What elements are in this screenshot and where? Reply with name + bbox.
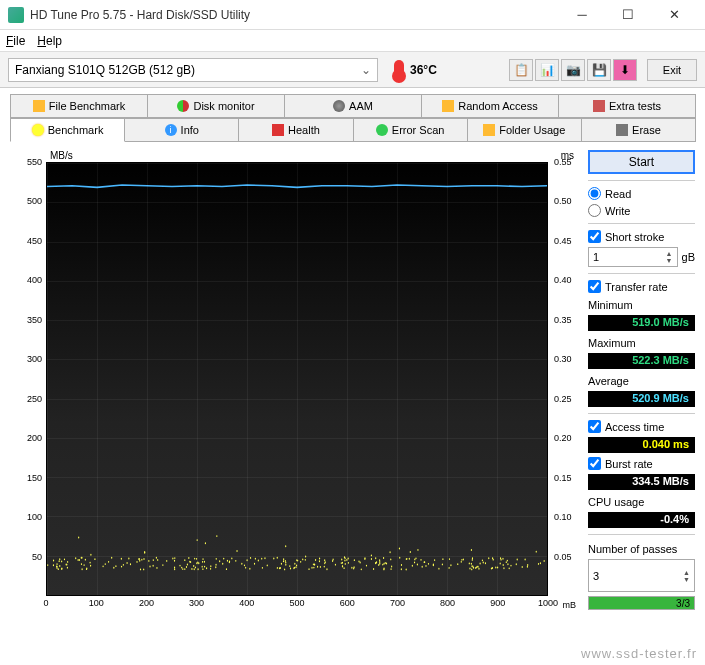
svg-point-134 xyxy=(235,560,236,562)
burst-rate-check[interactable]: Burst rate xyxy=(588,457,695,470)
svg-point-258 xyxy=(364,558,365,560)
svg-point-121 xyxy=(399,557,400,559)
svg-point-220 xyxy=(527,564,528,566)
svg-point-176 xyxy=(424,561,425,563)
passes-input[interactable]: 3▲▼ xyxy=(588,559,695,592)
tab-extra-tests[interactable]: Extra tests xyxy=(558,94,696,118)
spinner-arrows-icon[interactable]: ▲▼ xyxy=(666,250,673,264)
tab-info[interactable]: iInfo xyxy=(124,118,239,142)
svg-point-133 xyxy=(379,563,380,565)
svg-point-276 xyxy=(433,564,434,566)
svg-point-63 xyxy=(361,568,362,570)
screenshot-icon[interactable]: 📷 xyxy=(561,59,585,81)
speaker-icon xyxy=(333,100,345,112)
svg-point-210 xyxy=(305,559,306,561)
svg-point-200 xyxy=(544,560,545,562)
svg-point-163 xyxy=(182,568,183,570)
maximize-button[interactable]: ☐ xyxy=(605,0,651,30)
access-time-value: 0.040 ms xyxy=(588,437,695,453)
tab-benchmark[interactable]: Benchmark xyxy=(10,118,125,142)
options-icon[interactable]: ⬇ xyxy=(613,59,637,81)
svg-point-74 xyxy=(406,569,407,571)
svg-point-119 xyxy=(215,564,216,566)
svg-point-59 xyxy=(422,566,423,568)
x-axis-unit: mB xyxy=(563,600,577,610)
tab-erase[interactable]: Erase xyxy=(581,118,696,142)
svg-point-162 xyxy=(324,566,325,568)
tab-random-access[interactable]: Random Access xyxy=(421,94,559,118)
y-axis-left-label: MB/s xyxy=(50,150,73,161)
svg-point-199 xyxy=(390,558,391,560)
minimize-button[interactable]: ─ xyxy=(559,0,605,30)
svg-point-178 xyxy=(412,565,413,567)
copy-chart-icon[interactable]: 📊 xyxy=(535,59,559,81)
svg-point-136 xyxy=(335,564,336,566)
svg-point-234 xyxy=(425,565,426,567)
tab-disk-monitor[interactable]: Disk monitor xyxy=(147,94,285,118)
svg-point-85 xyxy=(108,561,109,563)
average-value: 520.9 MB/s xyxy=(588,391,695,407)
svg-point-143 xyxy=(273,558,274,560)
exit-button[interactable]: Exit xyxy=(647,59,697,81)
menu-file[interactable]: File xyxy=(6,34,25,48)
drive-select[interactable]: Fanxiang S101Q 512GB (512 gB) ⌄ xyxy=(8,58,378,82)
close-button[interactable]: ✕ xyxy=(651,0,697,30)
start-button[interactable]: Start xyxy=(588,150,695,174)
svg-point-30 xyxy=(75,557,76,559)
svg-point-87 xyxy=(156,567,157,569)
svg-point-184 xyxy=(472,557,473,559)
svg-point-277 xyxy=(79,559,80,561)
svg-point-65 xyxy=(442,558,443,560)
svg-point-44 xyxy=(308,568,309,570)
svg-point-9 xyxy=(202,566,203,568)
svg-point-56 xyxy=(358,560,359,562)
svg-point-187 xyxy=(140,568,141,570)
svg-point-146 xyxy=(148,560,149,562)
tab-health[interactable]: Health xyxy=(238,118,353,142)
svg-point-232 xyxy=(115,565,116,567)
svg-point-15 xyxy=(371,558,372,560)
svg-point-131 xyxy=(450,564,451,566)
svg-point-129 xyxy=(138,558,139,560)
tab-folder-usage[interactable]: Folder Usage xyxy=(467,118,582,142)
tab-error-scan[interactable]: Error Scan xyxy=(353,118,468,142)
svg-point-167 xyxy=(480,563,481,565)
lightbulb-icon xyxy=(32,124,44,136)
thermometer-icon xyxy=(394,60,404,80)
svg-point-110 xyxy=(181,567,182,569)
svg-point-227 xyxy=(139,560,140,562)
svg-point-3 xyxy=(202,568,203,570)
svg-point-245 xyxy=(262,567,263,569)
menu-help[interactable]: Help xyxy=(37,34,62,48)
write-radio[interactable]: Write xyxy=(588,204,695,217)
access-time-check[interactable]: Access time xyxy=(588,420,695,433)
svg-point-111 xyxy=(516,563,517,565)
svg-point-164 xyxy=(193,565,194,567)
copy-icon[interactable]: 📋 xyxy=(509,59,533,81)
svg-point-135 xyxy=(360,562,361,564)
short-stroke-input[interactable]: 1▲▼ xyxy=(588,247,678,267)
tab-aam[interactable]: AAM xyxy=(284,94,422,118)
svg-point-270 xyxy=(219,560,220,562)
transfer-rate-check[interactable]: Transfer rate xyxy=(588,280,695,293)
save-icon[interactable]: 💾 xyxy=(587,59,611,81)
svg-point-24 xyxy=(289,565,290,567)
short-stroke-check[interactable]: Short stroke xyxy=(588,230,695,243)
window-controls: ─ ☐ ✕ xyxy=(559,0,697,30)
tab-file-benchmark[interactable]: File Benchmark xyxy=(10,94,148,118)
read-radio[interactable]: Read xyxy=(588,187,695,200)
svg-point-239 xyxy=(399,548,400,550)
svg-point-144 xyxy=(86,567,87,569)
svg-point-82 xyxy=(191,568,192,570)
svg-point-117 xyxy=(222,563,223,565)
svg-point-32 xyxy=(300,561,301,563)
svg-point-246 xyxy=(449,558,450,560)
svg-point-193 xyxy=(314,564,315,566)
svg-point-249 xyxy=(406,558,407,560)
svg-point-171 xyxy=(471,565,472,567)
spinner-arrows-icon[interactable]: ▲▼ xyxy=(683,569,690,583)
svg-point-182 xyxy=(503,567,504,569)
svg-point-58 xyxy=(102,565,103,567)
average-label: Average xyxy=(588,375,695,387)
app-icon xyxy=(8,7,24,23)
